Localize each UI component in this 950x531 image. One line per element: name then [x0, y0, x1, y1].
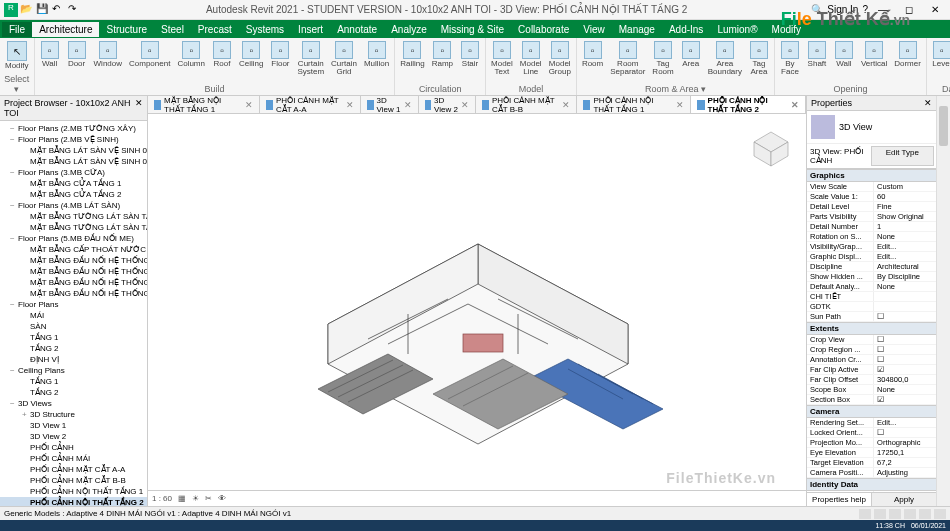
tree-item[interactable]: MẶT BẰNG CỬA TẦNG 1	[0, 178, 147, 189]
ribbon-floor-button[interactable]: ▫Floor	[268, 40, 292, 83]
tree-item[interactable]: TẦNG 2	[0, 343, 147, 354]
vc-icon[interactable]: ▦	[178, 494, 186, 503]
tree-item[interactable]: −Ceiling Plans	[0, 365, 147, 376]
ribbon-shaft-button[interactable]: ▫Shaft	[805, 40, 829, 83]
tree-item[interactable]: PHỐI CẢNH NỘI THẤT TẦNG 2	[0, 497, 147, 506]
prop-row[interactable]: Sun Path☐	[807, 312, 936, 322]
viewport-3d[interactable]: FileThietKe.vn	[148, 114, 806, 490]
tab-manage[interactable]: Manage	[612, 22, 662, 37]
tree-item[interactable]: TẦNG 2	[0, 387, 147, 398]
tab-architecture[interactable]: Architecture	[32, 22, 99, 37]
prop-section-header[interactable]: Graphics	[807, 169, 936, 182]
panel-close-icon[interactable]: ✕	[135, 98, 143, 118]
prop-row[interactable]: Far Clip Active☑	[807, 365, 936, 375]
ribbon-tag-room-button[interactable]: ▫TagRoom	[650, 40, 675, 83]
ribbon-window-button[interactable]: ▫Window	[92, 40, 124, 83]
tree-item[interactable]: −Floor Plans (5.MB ĐẦU NỐI ME)	[0, 233, 147, 244]
prop-row[interactable]: GDTK	[807, 302, 936, 312]
tree-item[interactable]: ĐỊNH VỊ	[0, 354, 147, 365]
tree-item[interactable]: MẶT BẰNG TƯỜNG LÁT SÀN TẦNG 1	[0, 211, 147, 222]
tree-item[interactable]: −3D Views	[0, 398, 147, 409]
prop-row[interactable]: Graphic Displ...Edit...	[807, 252, 936, 262]
prop-row[interactable]: Projection Mo...Orthographic	[807, 438, 936, 448]
ribbon-model-group-button[interactable]: ▫ModelGroup	[547, 40, 573, 83]
tree-item[interactable]: MẶT BẰNG ĐẦU NỐI HỆ THỐNG THOÁI	[0, 266, 147, 277]
modify-button[interactable]: ↖Modify	[3, 40, 31, 73]
tree-item[interactable]: −Floor Plans (3.MB CỨA)	[0, 167, 147, 178]
ribbon-mullion-button[interactable]: ▫Mullion	[362, 40, 391, 83]
ribbon-area-button[interactable]: ▫Area	[679, 40, 703, 83]
tab-collaborate[interactable]: Collaborate	[511, 22, 576, 37]
ribbon-component-button[interactable]: ▫Component	[127, 40, 172, 83]
vc-icon[interactable]: ✂	[205, 494, 212, 503]
tree-item[interactable]: MẶT BẰNG LÁT SÀN VỆ SINH 01	[0, 145, 147, 156]
doc-tab[interactable]: PHỐI CẢNH NỘI THẤT TẦNG 1✕	[577, 96, 691, 114]
status-icon[interactable]	[934, 509, 946, 519]
prop-row[interactable]: Default Analy...None	[807, 282, 936, 292]
qat-redo-icon[interactable]: ↷	[68, 3, 82, 17]
status-icon[interactable]	[919, 509, 931, 519]
tree-item[interactable]: MẶT BẰNG TƯỜNG LÁT SÀN TẦNG 2	[0, 222, 147, 233]
tree-item[interactable]: MẶT BẰNG LÁT SÀN VỆ SINH 02	[0, 156, 147, 167]
tree-item[interactable]: 3D View 1	[0, 420, 147, 431]
prop-row[interactable]: Section Box☑	[807, 395, 936, 405]
ribbon-wall-button[interactable]: ▫Wall	[38, 40, 62, 83]
tree-item[interactable]: PHỐI CẢNH MẶT CẮT B-B	[0, 475, 147, 486]
prop-row[interactable]: Rendering Set...Edit...	[807, 418, 936, 428]
tree-item[interactable]: PHỐI CẢNH MÁI	[0, 453, 147, 464]
doc-tab[interactable]: 3D View 1✕	[361, 96, 418, 114]
tree-item[interactable]: −Floor Plans (2.MB VỆ SINH)	[0, 134, 147, 145]
tree-item[interactable]: MÁI	[0, 310, 147, 321]
viewport-scrollbar[interactable]	[936, 96, 950, 506]
ribbon-level-button[interactable]: ▫Level	[930, 40, 950, 83]
prop-row[interactable]: Detail Number1	[807, 222, 936, 232]
status-icon[interactable]	[904, 509, 916, 519]
tab-view[interactable]: View	[576, 22, 612, 37]
tree-item[interactable]: +3D Structure	[0, 409, 147, 420]
qat-open-icon[interactable]: 📂	[20, 3, 34, 17]
tab-massing[interactable]: Missing & Site	[434, 22, 511, 37]
tree-item[interactable]: MẶT BẰNG CỬA TẦNG 2	[0, 189, 147, 200]
prop-row[interactable]: Show Hidden ...By Discipline	[807, 272, 936, 282]
status-icon[interactable]	[889, 509, 901, 519]
ribbon-curtain-grid-button[interactable]: ▫CurtainGrid	[329, 40, 359, 83]
close-button[interactable]: ✕	[924, 3, 946, 17]
ribbon-room-separator-button[interactable]: ▫RoomSeparator	[608, 40, 647, 83]
tree-item[interactable]: SÀN	[0, 321, 147, 332]
tree-item[interactable]: MẶT BẰNG ĐẦU NỐI HỆ THỐNG CẤP N	[0, 255, 147, 266]
prop-row[interactable]: Rotation on S...None	[807, 232, 936, 242]
prop-row[interactable]: Detail LevelFine	[807, 202, 936, 212]
panel-close-icon[interactable]: ✕	[924, 98, 932, 108]
ribbon-stair-button[interactable]: ▫Stair	[458, 40, 482, 83]
ribbon-model-line-button[interactable]: ▫ModelLine	[518, 40, 544, 83]
prop-row[interactable]: View ScaleCustom	[807, 182, 936, 192]
prop-section-header[interactable]: Camera	[807, 405, 936, 418]
vc-icon[interactable]: 👁	[218, 494, 226, 503]
prop-row[interactable]: DisciplineArchitectural	[807, 262, 936, 272]
prop-section-header[interactable]: Extents	[807, 322, 936, 335]
doc-tab[interactable]: PHỐI CẢNH MẶT CẮT A-A✕	[260, 96, 361, 114]
status-icon[interactable]	[859, 509, 871, 519]
view-cube[interactable]	[746, 124, 796, 174]
tab-addins[interactable]: Add-Ins	[662, 22, 710, 37]
view-type-label[interactable]: 3D View	[839, 122, 872, 132]
tree-item[interactable]: −Floor Plans	[0, 299, 147, 310]
prop-row[interactable]: Annotation Cr...☐	[807, 355, 936, 365]
prop-row[interactable]: CHI TIẾT	[807, 292, 936, 302]
prop-row[interactable]: Scope BoxNone	[807, 385, 936, 395]
prop-row[interactable]: Scale Value 1:60	[807, 192, 936, 202]
ribbon-dormer-button[interactable]: ▫Dormer	[892, 40, 923, 83]
edit-type-button[interactable]: Edit Type	[871, 146, 935, 166]
ribbon-ramp-button[interactable]: ▫Ramp	[430, 40, 455, 83]
scale-label[interactable]: 1 : 60	[152, 494, 172, 503]
prop-row[interactable]: Target Elevation67,2	[807, 458, 936, 468]
ribbon-roof-button[interactable]: ▫Roof	[210, 40, 234, 83]
vc-icon[interactable]: ☀	[192, 494, 199, 503]
tree-item[interactable]: PHỐI CẢNH NỘI THẤT TẦNG 1	[0, 486, 147, 497]
ribbon-railing-button[interactable]: ▫Railing	[398, 40, 426, 83]
tab-structure[interactable]: Structure	[99, 22, 154, 37]
tree-item[interactable]: PHỐI CẢNH	[0, 442, 147, 453]
tree-item[interactable]: −Floor Plans (4.MB LÁT SÀN)	[0, 200, 147, 211]
tab-steel[interactable]: Steel	[154, 22, 191, 37]
tab-lumion[interactable]: Lumion®	[710, 22, 764, 37]
